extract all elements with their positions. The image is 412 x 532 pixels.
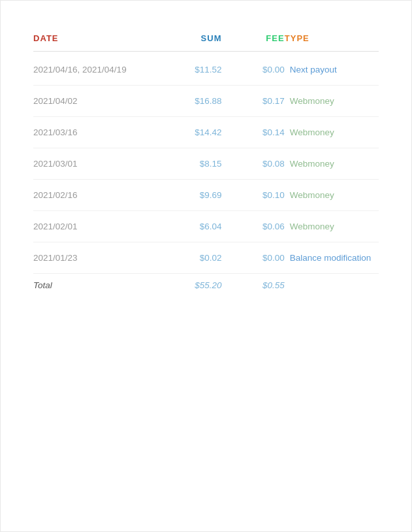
total-label: Total [33,280,159,290]
header-fee: FEE [222,33,285,43]
row-sum: $16.88 [159,96,221,106]
header-sum: SUM [159,33,221,43]
row-date: 2021/02/01 [33,222,159,231]
row-fee: $0.14 [222,127,285,137]
table-row: 2021/04/16, 2021/04/19 $11.52 $0.00 Next… [33,54,379,86]
row-date: 2021/02/16 [33,190,159,200]
row-fee: $0.17 [222,96,285,106]
row-fee: $0.08 [222,159,285,169]
total-row: Total $55.20 $0.55 [33,274,379,301]
row-date: 2021/04/16, 2021/04/19 [33,65,159,75]
row-sum: $11.52 [159,65,221,75]
total-fee: $0.55 [222,280,285,290]
row-type: Balance modification [285,253,379,263]
table-row: 2021/02/01 $6.04 $0.06 Webmoney [33,211,379,242]
main-container: DATE SUM FEE TYPE 2021/04/16, 2021/04/19… [0,0,412,532]
row-type: Webmoney [285,222,379,231]
row-type: Webmoney [285,190,379,200]
row-fee: $0.10 [222,190,285,200]
table-row: 2021/01/23 $0.02 $0.00 Balance modificat… [33,242,379,274]
header-date: DATE [33,33,159,43]
row-fee: $0.06 [222,222,285,231]
row-sum: $8.15 [159,159,221,169]
row-fee: $0.00 [222,253,285,263]
table-row: 2021/03/16 $14.42 $0.14 Webmoney [33,117,379,148]
row-type: Webmoney [285,159,379,169]
total-sum: $55.20 [159,280,221,290]
table-body: 2021/04/16, 2021/04/19 $11.52 $0.00 Next… [33,54,379,274]
table-row: 2021/04/02 $16.88 $0.17 Webmoney [33,86,379,117]
row-sum: $9.69 [159,190,221,200]
row-date: 2021/03/16 [33,127,159,137]
row-date: 2021/03/01 [33,159,159,169]
row-date: 2021/04/02 [33,96,159,106]
table-header: DATE SUM FEE TYPE [33,27,379,52]
header-type: TYPE [285,33,379,43]
row-type: Webmoney [285,127,379,137]
table-row: 2021/03/01 $8.15 $0.08 Webmoney [33,148,379,180]
table-row: 2021/02/16 $9.69 $0.10 Webmoney [33,180,379,211]
row-date: 2021/01/23 [33,253,159,263]
payout-table: DATE SUM FEE TYPE 2021/04/16, 2021/04/19… [33,27,379,301]
row-sum: $14.42 [159,127,221,137]
row-sum: $6.04 [159,222,221,231]
row-type: Next payout [285,65,379,75]
row-fee: $0.00 [222,65,285,75]
row-sum: $0.02 [159,253,221,263]
row-type: Webmoney [285,96,379,106]
